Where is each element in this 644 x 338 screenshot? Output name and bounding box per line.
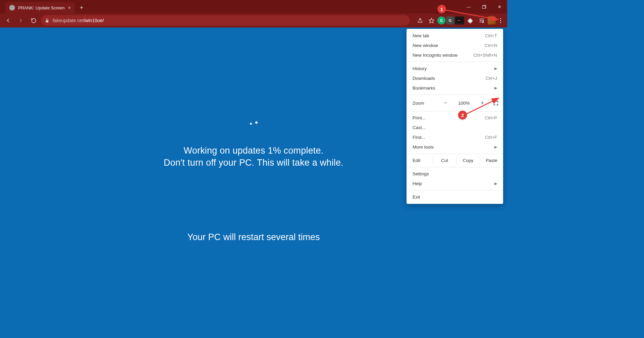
menu-history[interactable]: History ▶ <box>407 64 503 73</box>
menu-settings[interactable]: Settings <box>407 169 503 179</box>
restart-notice: Your PC will restart several times <box>0 232 507 242</box>
tab-close-icon[interactable]: × <box>68 5 71 10</box>
close-window-button[interactable]: ✕ <box>492 0 507 13</box>
toolbar-right-icons: G G <box>415 15 504 26</box>
svg-rect-5 <box>457 20 461 21</box>
edit-label: Edit <box>407 156 433 165</box>
chrome-menu: New tab Ctrl+T New window Ctrl+N New Inc… <box>407 29 503 204</box>
tab-strip: PRANK: Update Screen × + <box>0 0 507 13</box>
zoom-value: 100% <box>457 101 471 106</box>
menu-label: Print... <box>413 115 426 120</box>
menu-separator <box>407 62 503 62</box>
extensions-puzzle-icon[interactable] <box>465 15 476 26</box>
fullscreen-button[interactable] <box>488 98 503 108</box>
menu-label: New Incognito window <box>413 53 458 58</box>
menu-shortcut: Ctrl+P <box>485 115 497 120</box>
menu-label: Find... <box>413 135 425 140</box>
menu-new-tab[interactable]: New tab Ctrl+T <box>407 31 503 41</box>
edit-paste-button[interactable]: Paste <box>480 156 503 165</box>
menu-new-window[interactable]: New window Ctrl+N <box>407 41 503 50</box>
share-icon[interactable] <box>415 15 425 26</box>
menu-label: History <box>413 66 427 71</box>
tab-title: PRANK: Update Screen <box>18 5 65 10</box>
lock-icon <box>45 18 49 23</box>
toolbar: fakeupdate.net/win10ue/ G G <box>0 13 507 27</box>
menu-shortcut: Ctrl+F <box>485 135 497 140</box>
address-bar[interactable]: fakeupdate.net/win10ue/ <box>41 15 410 26</box>
media-control-icon[interactable] <box>476 15 487 26</box>
browser-chrome: PRANK: Update Screen × + — ✕ fakeupdate.… <box>0 0 507 27</box>
window-controls: — ✕ <box>461 0 507 13</box>
menu-exit[interactable]: Exit <box>407 192 503 202</box>
new-tab-button[interactable]: + <box>77 3 86 12</box>
back-button[interactable] <box>3 15 13 26</box>
maximize-button[interactable] <box>476 0 492 13</box>
zoom-label: Zoom <box>413 101 439 106</box>
menu-label: Downloads <box>413 76 435 81</box>
chevron-right-icon: ▶ <box>494 145 497 149</box>
url-path: /win10ue/ <box>84 18 104 23</box>
menu-label: Bookmarks <box>413 86 435 91</box>
menu-cast[interactable]: Cast... <box>407 123 503 132</box>
menu-shortcut: Ctrl+Shift+N <box>473 53 497 58</box>
extension-google[interactable]: G <box>446 16 454 24</box>
menu-zoom-row: Zoom − 100% + <box>407 97 503 109</box>
edit-copy-button[interactable]: Copy <box>456 156 480 165</box>
menu-more-tools[interactable]: More tools ▶ <box>407 142 503 152</box>
annotation-callout-2: 2 <box>458 111 467 119</box>
extension-grammarly[interactable]: G <box>437 16 445 24</box>
zoom-out-button[interactable]: − <box>440 100 450 106</box>
chrome-menu-button[interactable] <box>496 16 504 24</box>
menu-label: More tools <box>413 145 434 150</box>
chevron-right-icon: ▶ <box>494 181 497 186</box>
chevron-right-icon: ▶ <box>494 86 497 90</box>
menu-new-incognito[interactable]: New Incognito window Ctrl+Shift+N <box>407 50 503 60</box>
menu-separator <box>407 111 503 111</box>
chevron-right-icon: ▶ <box>494 66 497 71</box>
url-host: fakeupdate.net <box>53 18 84 23</box>
menu-label: Exit <box>413 194 420 200</box>
menu-shortcut: Ctrl+J <box>486 76 497 81</box>
reload-button[interactable] <box>28 15 39 26</box>
svg-marker-3 <box>429 18 434 23</box>
menu-separator <box>407 167 503 167</box>
menu-downloads[interactable]: Downloads Ctrl+J <box>407 73 503 83</box>
menu-label: Help <box>413 181 422 186</box>
menu-shortcut: Ctrl+T <box>485 33 497 38</box>
profile-avatar[interactable] <box>488 16 496 24</box>
menu-separator <box>407 190 503 190</box>
globe-icon <box>9 5 15 10</box>
menu-separator <box>407 95 503 95</box>
menu-label: New tab <box>413 33 429 38</box>
zoom-in-button[interactable]: + <box>477 100 487 106</box>
menu-edit-row: Edit Cut Copy Paste <box>407 156 503 165</box>
menu-bookmarks[interactable]: Bookmarks ▶ <box>407 83 503 93</box>
menu-print[interactable]: Print... Ctrl+P <box>407 113 503 123</box>
menu-find[interactable]: Find... Ctrl+F <box>407 132 503 142</box>
forward-button[interactable] <box>15 15 26 26</box>
menu-label: Settings <box>413 171 429 176</box>
svg-rect-2 <box>482 6 485 8</box>
menu-help[interactable]: Help ▶ <box>407 179 503 188</box>
edit-cut-button[interactable]: Cut <box>433 156 456 165</box>
minimize-button[interactable]: — <box>461 0 476 13</box>
bookmark-star-icon[interactable] <box>426 15 437 26</box>
menu-label: Cast... <box>413 125 426 130</box>
menu-shortcut: Ctrl+N <box>485 43 497 48</box>
menu-label: New window <box>413 43 438 48</box>
annotation-callout-1: 1 <box>437 5 446 13</box>
menu-separator <box>407 154 503 154</box>
active-tab[interactable]: PRANK: Update Screen × <box>5 2 75 13</box>
extension-unknown[interactable] <box>455 16 464 24</box>
